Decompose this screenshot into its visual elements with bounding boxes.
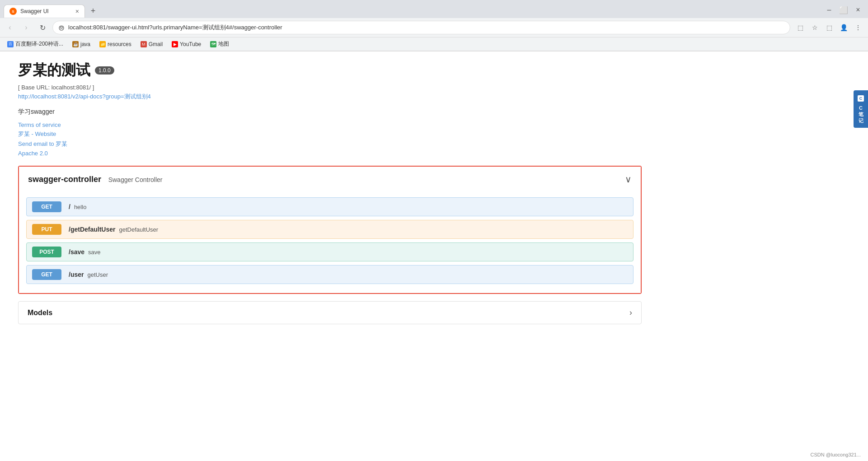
bookmark-java[interactable]: ☕ java xyxy=(69,40,94,49)
bookmark-favicon-translate: 百 xyxy=(7,41,14,47)
email-link[interactable]: Send email to 罗某 xyxy=(18,140,642,148)
profile-icon[interactable]: 👤 xyxy=(837,21,850,34)
close-button[interactable]: × xyxy=(852,4,864,16)
endpoint-row-getdefaultuser[interactable]: PUT /getDefaultUser getDefaultUser xyxy=(26,220,633,239)
active-tab[interactable]: S Swagger UI × xyxy=(4,5,85,18)
website-link[interactable]: 罗某 - Website xyxy=(18,130,642,138)
endpoint-path-getdefaultuser: /getDefaultUser xyxy=(69,226,115,233)
api-docs-link[interactable]: http://localhost:8081/v2/api-docs?group=… xyxy=(18,93,642,101)
svg-text:C: C xyxy=(859,96,863,101)
svg-text:S: S xyxy=(12,9,14,14)
window-controls: – ⬜ × xyxy=(823,4,864,18)
forward-button[interactable]: › xyxy=(20,21,33,34)
bookmark-label-gmail: Gmail xyxy=(149,41,163,47)
new-tab-button[interactable]: + xyxy=(87,5,99,17)
info-links: Terms of service 罗某 - Website Send email… xyxy=(18,121,642,157)
base-url: [ Base URL: localhost:8081/ ] xyxy=(18,84,642,91)
extensions-icon[interactable]: ⬚ xyxy=(823,21,835,34)
endpoint-row-save[interactable]: POST /save save xyxy=(26,242,633,261)
cast-icon[interactable]: ⬚ xyxy=(794,21,807,34)
controller-name: swagger-controller xyxy=(28,175,101,184)
endpoint-summary-save: save xyxy=(88,249,100,256)
address-text: localhost:8081/swagger-ui.html?urls.prim… xyxy=(68,23,784,32)
bookmark-gmail[interactable]: M Gmail xyxy=(137,40,166,49)
bookmark-favicon-gmail: M xyxy=(141,41,147,47)
browser-chrome: S Swagger UI × + – ⬜ × ‹ › ↻ localhost:8… xyxy=(0,0,868,51)
address-bar[interactable]: localhost:8081/swagger-ui.html?urls.prim… xyxy=(52,21,790,34)
endpoint-row-getuser[interactable]: GET /user getUser xyxy=(26,265,633,284)
models-section: Models › xyxy=(18,301,642,324)
method-badge-post-save: POST xyxy=(32,247,61,257)
bookmark-translate[interactable]: 百 百度翻译-200种语... xyxy=(4,39,67,49)
bookmark-label-java: java xyxy=(80,41,90,47)
controller-desc: Swagger Controller xyxy=(108,176,163,183)
page-title-text: 罗某的测试 xyxy=(18,61,90,80)
bookmark-maps[interactable]: 🗺 地图 xyxy=(206,39,233,49)
bookmark-resources[interactable]: 📁 resources xyxy=(96,40,135,49)
back-button[interactable]: ‹ xyxy=(4,21,16,34)
page-title-section: 罗某的测试 1.0.0 xyxy=(18,61,642,80)
tab-bar: S Swagger UI × + – ⬜ × xyxy=(0,0,868,18)
nav-actions: ⬚ ☆ ⬚ 👤 ⋮ xyxy=(794,21,864,34)
license-link[interactable]: Apache 2.0 xyxy=(18,150,642,157)
bookmark-favicon-resources: 📁 xyxy=(99,41,106,47)
tab-close-button[interactable]: × xyxy=(75,8,79,15)
lock-icon xyxy=(58,24,65,31)
endpoint-row-hello[interactable]: GET / hello xyxy=(26,197,633,216)
method-badge-put-getdefaultuser: PUT xyxy=(32,224,61,235)
tab-title: Swagger UI xyxy=(20,8,49,14)
bookmark-label-youtube: YouTube xyxy=(180,41,201,47)
endpoint-path-getuser: /user xyxy=(69,271,84,278)
controller-title: swagger-controller Swagger Controller xyxy=(28,175,163,184)
bookmarks-bar: 百 百度翻译-200种语... ☕ java 📁 resources M Gma… xyxy=(0,37,868,51)
bookmark-label-maps: 地图 xyxy=(218,40,229,48)
bookmark-label-resources: resources xyxy=(108,41,131,47)
models-title: Models xyxy=(28,309,52,317)
bookmark-icon[interactable]: ☆ xyxy=(808,21,821,34)
restore-button[interactable]: ⬜ xyxy=(837,4,850,16)
bookmark-youtube[interactable]: ▶ YouTube xyxy=(168,40,205,49)
controller-body: GET / hello PUT /getDefaultUser getDefau… xyxy=(19,192,641,293)
endpoint-path-save: /save xyxy=(69,248,84,256)
right-panel[interactable]: C C笔记 xyxy=(854,90,868,128)
endpoint-summary-hello: hello xyxy=(74,204,86,210)
menu-icon[interactable]: ⋮ xyxy=(852,21,864,34)
endpoint-summary-getdefaultuser: getDefaultUser xyxy=(119,226,158,233)
version-badge: 1.0.0 xyxy=(95,66,114,75)
bookmark-label-translate: 百度翻译-200种语... xyxy=(15,40,63,48)
nav-bar: ‹ › ↻ localhost:8081/swagger-ui.html?url… xyxy=(0,18,868,37)
terms-of-service-link[interactable]: Terms of service xyxy=(18,121,642,128)
controller-chevron-icon: ∨ xyxy=(625,174,632,185)
method-badge-get-getuser: GET xyxy=(32,269,61,280)
tab-favicon: S xyxy=(9,8,17,15)
models-chevron-icon: › xyxy=(629,308,632,317)
bookmark-favicon-youtube: ▶ xyxy=(172,41,178,47)
controller-header[interactable]: swagger-controller Swagger Controller ∨ xyxy=(19,167,641,192)
endpoint-path-hello: / xyxy=(69,203,70,210)
right-panel-icon: C C笔记 xyxy=(856,94,865,124)
svg-rect-3 xyxy=(61,27,62,28)
minimize-button[interactable]: – xyxy=(823,4,835,16)
endpoint-summary-getuser: getUser xyxy=(87,271,108,278)
page-content: 罗某的测试 1.0.0 [ Base URL: localhost:8081/ … xyxy=(0,51,660,340)
method-badge-get-hello: GET xyxy=(32,201,61,212)
description: 学习swagger xyxy=(18,108,642,116)
controller-section: swagger-controller Swagger Controller ∨ … xyxy=(18,166,642,294)
models-header[interactable]: Models › xyxy=(19,302,641,324)
reload-button[interactable]: ↻ xyxy=(36,21,49,34)
bookmark-favicon-java: ☕ xyxy=(72,41,79,47)
bookmark-favicon-maps: 🗺 xyxy=(210,41,216,47)
